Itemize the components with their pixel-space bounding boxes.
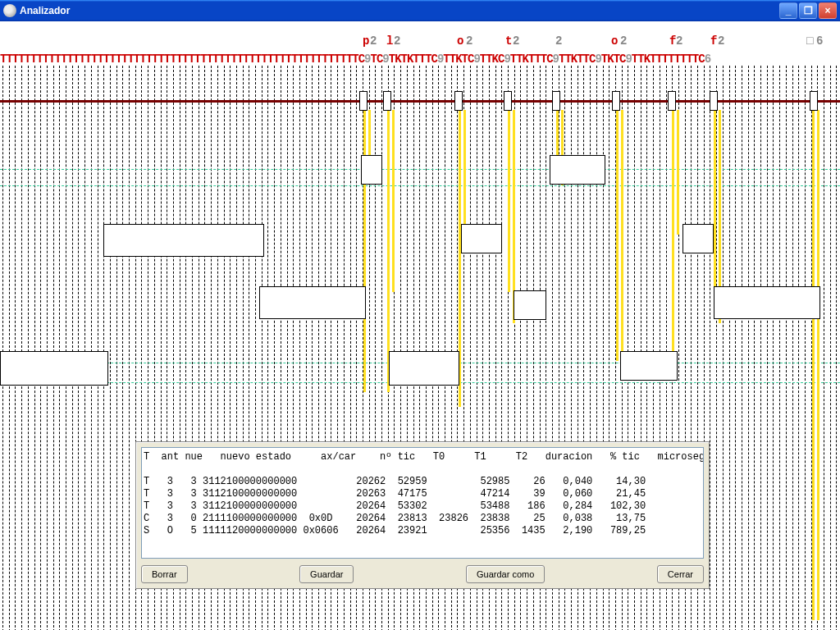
signal-bar	[508, 110, 510, 292]
log-listbox[interactable]: T ant nue nuevo estado ax/car nº tic T0 …	[141, 447, 704, 559]
channel-label: o	[611, 34, 618, 48]
event-block	[461, 224, 502, 253]
event-block	[514, 290, 546, 320]
borrar-button[interactable]: Borrar	[141, 565, 188, 583]
event-block	[103, 224, 264, 257]
event-marker	[552, 91, 560, 111]
signal-bar	[621, 110, 623, 374]
maximize-button[interactable]: ❐	[799, 2, 817, 19]
event-marker	[668, 91, 676, 111]
channel-label: 2	[555, 34, 562, 48]
event-marker	[383, 91, 391, 111]
event-block	[682, 224, 714, 253]
signal-bar	[616, 110, 619, 361]
event-block	[620, 351, 678, 381]
minimize-button[interactable]: _	[779, 2, 797, 19]
event-block	[714, 286, 820, 319]
titlebar: Analizador _ ❐ ×	[0, 0, 840, 21]
channel-label: 2	[394, 34, 400, 48]
channel-label: t	[505, 34, 512, 48]
channel-label: f	[710, 34, 717, 48]
event-block	[259, 286, 366, 319]
channel-label: o	[457, 34, 463, 48]
signal-bar	[463, 110, 466, 235]
channel-label: 2	[513, 34, 519, 48]
event-marker	[810, 91, 818, 111]
panel-buttons: Borrar Guardar Guardar como Cerrar	[141, 565, 704, 583]
app-icon	[3, 4, 16, 17]
channel-label: 6	[816, 34, 823, 48]
event-marker	[612, 91, 620, 111]
event-marker	[359, 91, 368, 111]
signal-bar	[387, 110, 390, 392]
channel-label: 2	[676, 34, 682, 48]
event-block	[0, 351, 108, 386]
signal-bar	[363, 110, 366, 392]
event-block	[361, 155, 382, 185]
event-marker	[710, 91, 718, 111]
signal-bar	[714, 110, 716, 292]
signal-bar	[812, 110, 815, 620]
signal-bar	[392, 110, 395, 292]
event-marker	[504, 91, 512, 111]
guardar-button[interactable]: Guardar	[299, 565, 354, 583]
signal-bar	[817, 110, 819, 620]
channel-label: 2	[718, 34, 724, 48]
event-block	[389, 351, 459, 386]
signal-bar	[672, 110, 674, 374]
channel-label: p	[363, 34, 369, 48]
event-marker	[454, 91, 463, 111]
signal-bar	[556, 110, 559, 161]
signal-bar	[677, 110, 679, 235]
guardar-como-button[interactable]: Guardar como	[466, 565, 545, 583]
window-title: Analizador	[20, 5, 779, 16]
canvas: p2l2o2t22o2f2f2□6 TTTTTTTTTTTTTTTTTTTTTT…	[0, 21, 840, 630]
event-block	[550, 155, 605, 185]
channel-label: 2	[620, 34, 627, 48]
cerrar-button[interactable]: Cerrar	[657, 565, 704, 583]
log-panel: T ant nue nuevo estado ax/car nº tic T0 …	[135, 441, 710, 589]
channel-label: 2	[466, 34, 472, 48]
channel-label: 2	[370, 34, 377, 48]
close-button[interactable]: ×	[819, 2, 837, 19]
channel-label: l	[386, 34, 393, 48]
signal-bar	[368, 110, 371, 161]
channel-label: □	[806, 34, 813, 48]
window-buttons: _ ❐ ×	[779, 2, 837, 19]
